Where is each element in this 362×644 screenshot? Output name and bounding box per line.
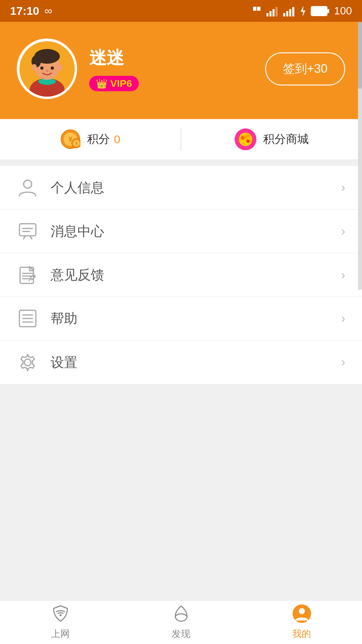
infinity-icon: ∞ (45, 5, 52, 17)
vip-label: VIP6 (110, 78, 132, 89)
username: 迷迷 (89, 46, 139, 70)
messages-arrow: › (341, 224, 345, 238)
svg-rect-2 (266, 13, 268, 16)
status-right: 100 (252, 5, 352, 17)
coin-icon: ¥ ¥ (60, 129, 80, 149)
svg-rect-9 (292, 7, 294, 16)
avatar-inner (19, 41, 75, 97)
sim-icon (252, 5, 262, 17)
edit-icon (17, 264, 39, 286)
svg-rect-0 (253, 7, 256, 11)
menu-item-personal-info[interactable]: 个人信息 › (0, 166, 362, 210)
svg-point-23 (51, 66, 54, 70)
svg-rect-11 (311, 6, 327, 16)
svg-rect-3 (269, 11, 272, 16)
points-shop[interactable]: 积分商城 (181, 128, 362, 150)
personal-info-arrow: › (341, 181, 345, 195)
svg-rect-8 (289, 9, 291, 16)
points-value: 0 (114, 133, 120, 146)
messages-label: 消息中心 (51, 222, 341, 240)
svg-rect-6 (283, 13, 285, 16)
status-time: 17:10 (10, 4, 39, 17)
svg-rect-12 (327, 9, 329, 13)
svg-point-51 (59, 614, 61, 616)
svg-point-34 (245, 134, 250, 139)
personal-info-label: 个人信息 (51, 178, 341, 197)
svg-point-24 (46, 70, 48, 72)
svg-rect-4 (273, 9, 275, 16)
charging-icon (300, 6, 306, 16)
bottom-nav: 上网 发现 我的 (0, 600, 362, 644)
avatar[interactable] (17, 39, 77, 99)
discover-label: 发现 (172, 628, 190, 640)
mine-label: 我的 (292, 628, 311, 640)
internet-label: 上网 (51, 628, 70, 640)
svg-point-21 (57, 64, 63, 71)
crown-icon: 👑 (96, 78, 108, 89)
profile-info: 迷迷 👑 VIP6 (89, 46, 139, 91)
list-icon (17, 308, 39, 329)
svg-point-36 (24, 180, 32, 188)
status-bar: 17:10 ∞ 100 (0, 0, 362, 22)
signal-icon-1 (266, 6, 279, 16)
svg-rect-37 (19, 224, 36, 236)
svg-rect-1 (257, 7, 260, 11)
nav-item-mine[interactable]: 我的 (241, 601, 362, 644)
settings-label: 设置 (51, 353, 341, 372)
svg-point-22 (40, 66, 44, 70)
nav-item-internet[interactable]: 上网 (0, 601, 121, 644)
points-label: 积分 0 (87, 131, 120, 147)
settings-arrow: › (341, 355, 345, 369)
gear-icon (17, 352, 39, 373)
scrollbar[interactable] (358, 22, 362, 290)
battery-level: 100 (334, 5, 352, 17)
profile-header: 迷迷 👑 VIP6 签到+30 (0, 22, 362, 119)
menu-section: 个人信息 › 消息中心 › (0, 166, 362, 384)
menu-item-settings[interactable]: 设置 › (0, 340, 362, 384)
mine-icon (293, 604, 311, 624)
svg-rect-5 (276, 7, 278, 16)
avatar-svg (19, 41, 75, 97)
battery-icon (311, 6, 329, 16)
vip-badge: 👑 VIP6 (89, 76, 139, 91)
checkin-button[interactable]: 签到+30 (265, 52, 345, 86)
empty-space (0, 384, 362, 600)
nav-item-discover[interactable]: 发现 (121, 601, 241, 644)
points-left[interactable]: ¥ ¥ 积分 0 (0, 129, 181, 149)
signal-icon-2 (283, 6, 295, 16)
menu-item-messages[interactable]: 消息中心 › (0, 210, 362, 253)
svg-text:¥: ¥ (75, 141, 78, 146)
help-label: 帮助 (51, 309, 341, 328)
person-icon (17, 177, 39, 199)
menu-item-help[interactable]: 帮助 › (0, 297, 362, 340)
help-arrow: › (341, 312, 345, 326)
feedback-arrow: › (341, 268, 345, 282)
svg-rect-7 (286, 11, 288, 16)
points-shop-label: 积分商城 (263, 131, 309, 147)
svg-line-45 (29, 278, 30, 281)
svg-marker-10 (301, 6, 305, 16)
status-left: 17:10 ∞ (10, 4, 52, 17)
section-gap-1 (0, 159, 362, 166)
scrollbar-thumb (358, 22, 362, 89)
shop-icon (235, 128, 256, 150)
svg-point-53 (299, 608, 305, 614)
internet-icon (51, 604, 70, 624)
points-section: ¥ ¥ 积分 0 积分商城 (0, 119, 362, 159)
svg-point-50 (24, 359, 31, 366)
chat-icon (17, 220, 39, 242)
feedback-label: 意见反馈 (51, 266, 341, 284)
profile-left: 迷迷 👑 VIP6 (17, 39, 139, 99)
svg-point-20 (32, 64, 37, 71)
svg-rect-40 (20, 267, 34, 283)
discover-icon (172, 604, 190, 624)
menu-item-feedback[interactable]: 意见反馈 › (0, 253, 362, 297)
svg-point-33 (241, 136, 245, 140)
svg-point-35 (246, 140, 250, 143)
main-content: 迷迷 👑 VIP6 签到+30 ¥ ¥ 积分 0 (0, 22, 362, 600)
